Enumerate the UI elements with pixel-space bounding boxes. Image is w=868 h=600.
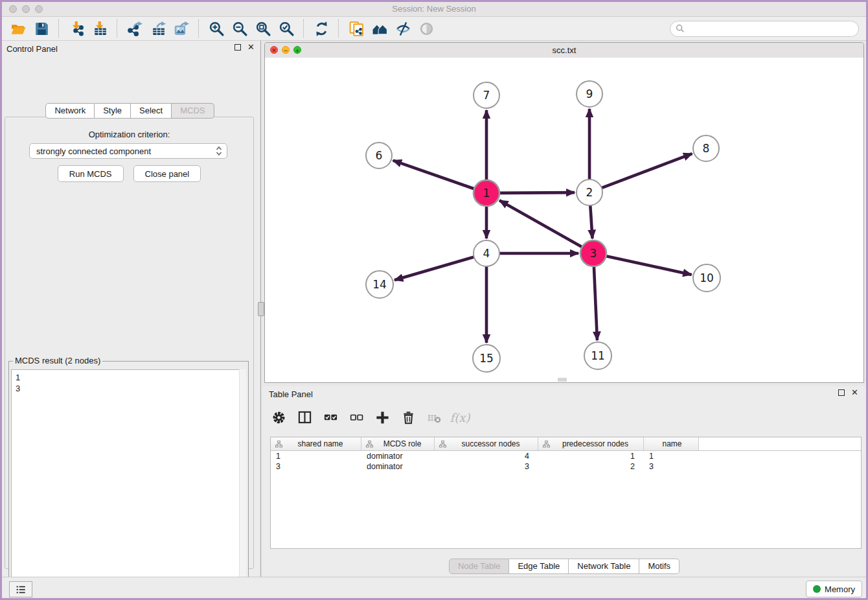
- table-cell[interactable]: 4: [435, 452, 538, 461]
- table-cell[interactable]: dominator: [361, 452, 435, 461]
- tab-mcds[interactable]: MCDS: [172, 103, 214, 119]
- run-mcds-button[interactable]: Run MCDS: [58, 165, 124, 182]
- network-window-titlebar[interactable]: ✕ − ＋ scc.txt: [265, 43, 863, 58]
- task-list-icon: [15, 584, 27, 595]
- graph-node-label-1: 1: [483, 187, 490, 200]
- deselect-all-icon[interactable]: [348, 409, 365, 426]
- memory-button[interactable]: Memory: [806, 581, 862, 597]
- tab-select[interactable]: Select: [131, 103, 172, 119]
- export-image-icon[interactable]: [172, 19, 191, 38]
- open-session-icon[interactable]: [8, 19, 28, 38]
- network-canvas[interactable]: 7968124314101511: [265, 58, 863, 382]
- graph-edge-2-8[interactable]: [601, 154, 692, 188]
- mcds-result-group: MCDS result (2 nodes) 13: [8, 361, 249, 600]
- hide-panel-icon[interactable]: [393, 19, 413, 38]
- delete-table-icon[interactable]: [426, 409, 442, 426]
- float-table-panel-icon[interactable]: [838, 389, 845, 396]
- float-panel-icon[interactable]: [234, 44, 241, 51]
- add-column-icon[interactable]: [374, 409, 391, 426]
- table-row[interactable]: 3dominator323: [271, 461, 861, 472]
- optimization-dropdown[interactable]: strongly connected component: [29, 143, 227, 159]
- clone-network-icon[interactable]: [347, 19, 366, 38]
- status-bar: Memory: [0, 577, 868, 598]
- export-network-icon[interactable]: [125, 19, 144, 38]
- graph-edge-1-6[interactable]: [393, 161, 475, 189]
- table-cell[interactable]: 3: [435, 462, 538, 471]
- tab-edge-table[interactable]: Edge Table: [509, 559, 569, 574]
- graph-node-label-7: 7: [483, 89, 490, 102]
- table-panel: Table Panel ✕ f(x) shared nameMCDS roles…: [262, 386, 866, 577]
- result-scrollbar[interactable]: [239, 369, 246, 600]
- table-settings-icon[interactable]: [270, 409, 287, 426]
- export-table-icon[interactable]: [148, 19, 168, 38]
- table-row[interactable]: 1dominator411: [271, 451, 861, 461]
- zoom-fit-icon[interactable]: [253, 19, 273, 38]
- panel-mode-icon[interactable]: [296, 409, 313, 426]
- table-header-row: shared nameMCDS rolesuccessor nodesprede…: [271, 437, 861, 451]
- mcds-result-list[interactable]: 13: [11, 369, 246, 600]
- graph-node-label-15: 15: [479, 352, 494, 365]
- graph-node-label-10: 10: [700, 271, 714, 284]
- optimization-label: Optimization criterion:: [5, 130, 253, 139]
- control-panel: Control Panel ✕ NetworkStyleSelectMCDS O…: [0, 41, 260, 577]
- tab-node-table[interactable]: Node Table: [449, 559, 510, 574]
- close-table-panel-icon[interactable]: ✕: [851, 389, 858, 396]
- search-icon: [676, 24, 685, 33]
- view-divider-grip[interactable]: [558, 378, 567, 382]
- graph-node-label-9: 9: [586, 87, 593, 100]
- preview-icon[interactable]: [417, 19, 436, 38]
- network-graph[interactable]: 7968124314101511: [265, 58, 863, 382]
- refresh-icon[interactable]: [312, 19, 331, 38]
- search-field[interactable]: [670, 21, 859, 37]
- zoom-selected-icon[interactable]: [277, 19, 296, 38]
- table-cell[interactable]: dominator: [361, 462, 435, 471]
- table-cell[interactable]: 1: [271, 452, 361, 461]
- column-header-shared-name[interactable]: shared name: [271, 437, 361, 450]
- zoom-in-icon[interactable]: [207, 19, 226, 38]
- home-icon[interactable]: [370, 19, 389, 38]
- table-cell[interactable]: 1: [538, 452, 644, 461]
- graph-edge-2-3[interactable]: [590, 205, 592, 238]
- graph-node-label-11: 11: [591, 349, 605, 362]
- control-panel-title: Control Panel: [6, 44, 58, 54]
- zoom-out-icon[interactable]: [230, 19, 249, 38]
- control-panel-tabs: NetworkStyleSelectMCDS: [0, 103, 260, 119]
- graph-node-label-14: 14: [372, 278, 387, 291]
- graph-edge-3-10[interactable]: [606, 256, 692, 275]
- function-builder-icon[interactable]: f(x): [451, 409, 468, 426]
- import-table-icon[interactable]: [90, 19, 109, 38]
- graph-node-label-6: 6: [376, 149, 383, 162]
- graph-edge-3-11[interactable]: [594, 266, 597, 340]
- table-cell[interactable]: 3: [271, 462, 361, 471]
- task-history-button[interactable]: [9, 581, 32, 597]
- memory-label: Memory: [825, 584, 855, 594]
- column-header-name[interactable]: name: [644, 437, 699, 450]
- split-divider-grip[interactable]: [258, 302, 264, 316]
- delete-column-icon[interactable]: [400, 409, 417, 426]
- column-header-predecessor-nodes[interactable]: predecessor nodes: [538, 437, 644, 450]
- tab-network-table[interactable]: Network Table: [569, 559, 639, 574]
- select-all-icon[interactable]: [322, 409, 339, 426]
- table-cell[interactable]: 3: [644, 462, 699, 471]
- tab-network[interactable]: Network: [45, 103, 95, 119]
- toolbar-separator: [117, 19, 118, 38]
- tab-motifs[interactable]: Motifs: [639, 559, 680, 574]
- column-header-MCDS-role[interactable]: MCDS role: [361, 437, 435, 450]
- graph-edge-3-1[interactable]: [499, 200, 582, 247]
- tab-style[interactable]: Style: [95, 103, 131, 119]
- close-panel-button[interactable]: Close panel: [133, 165, 201, 182]
- import-network-icon[interactable]: [67, 19, 86, 38]
- column-header-successor-nodes[interactable]: successor nodes: [435, 437, 538, 450]
- memory-status-icon: [813, 585, 821, 593]
- graph-edge-4-14[interactable]: [394, 257, 475, 280]
- table-cell[interactable]: 1: [644, 452, 699, 461]
- close-panel-icon[interactable]: ✕: [247, 44, 255, 51]
- graph-node-label-4: 4: [483, 247, 490, 260]
- search-input[interactable]: [688, 23, 853, 34]
- chevron-up-down-icon: [215, 146, 223, 156]
- graph-edge-1-2[interactable]: [499, 192, 575, 193]
- save-session-icon[interactable]: [32, 19, 51, 38]
- table-cell[interactable]: 2: [538, 462, 644, 471]
- main-toolbar: [0, 17, 868, 41]
- mcds-result-title: MCDS result (2 nodes): [13, 356, 102, 365]
